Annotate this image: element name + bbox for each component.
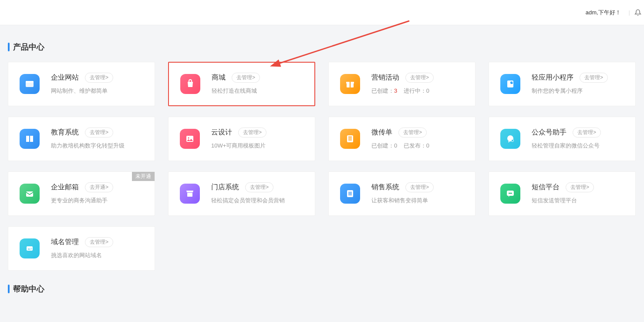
manage-button[interactable]: 去管理>: [398, 127, 427, 138]
manage-button[interactable]: 去管理>: [85, 237, 113, 247]
book-icon: [20, 129, 40, 149]
card-title: 销售系统: [371, 183, 399, 192]
svg-rect-13: [348, 138, 352, 139]
card-desc: 挑选喜欢的网站域名: [51, 252, 148, 259]
card-desc: 10W+可商用模板图片: [211, 142, 308, 150]
card-domain[interactable]: w.= 域名管理 去管理> 挑选喜欢的网站域名: [8, 226, 155, 271]
manage-button[interactable]: 去管理>: [405, 182, 434, 192]
card-desc: 短信发送管理平台: [532, 197, 628, 205]
svg-rect-21: [348, 193, 352, 194]
card-title: 企业网站: [51, 73, 79, 82]
sms-icon: [500, 184, 520, 204]
manage-button[interactable]: 去管理>: [566, 182, 594, 192]
section-title-products: 产品中心: [8, 42, 644, 52]
card-desc: 让获客和销售变得简单: [371, 197, 468, 205]
manage-button[interactable]: 去管理>: [245, 182, 273, 192]
manage-button[interactable]: 去管理>: [573, 127, 601, 138]
miniapp-icon: [500, 74, 520, 94]
card-title: 云设计: [211, 128, 232, 137]
card-marketing[interactable]: 营销活动 去管理> 已创建：3 进行中：0: [328, 62, 475, 106]
svg-point-16: [512, 140, 514, 142]
topbar: adm,下午好！ |: [0, 0, 644, 25]
card-desc: 已创建：0 已发布：0: [371, 142, 468, 150]
card-title: 公众号助手: [532, 128, 566, 137]
svg-rect-6: [350, 82, 351, 87]
card-title: 营销活动: [371, 73, 399, 82]
svg-rect-7: [507, 80, 513, 87]
card-flyer[interactable]: 微传单 去管理> 已创建：0 已发布：0: [328, 117, 475, 161]
mail-icon: [20, 184, 40, 204]
card-sms[interactable]: 短信平台 去管理> 短信发送管理平台: [489, 171, 636, 216]
card-enterprise-website[interactable]: 企业网站 去管理> 网站制作、维护都简单: [8, 62, 155, 106]
svg-rect-17: [26, 191, 33, 197]
card-desc: 轻松打造在线商城: [212, 87, 307, 95]
svg-rect-3: [26, 81, 34, 83]
card-education[interactable]: 教育系统 去管理> 助力教培机构数字化转型升级: [8, 117, 155, 161]
svg-point-10: [188, 138, 189, 139]
status-badge: 未开通: [132, 172, 155, 181]
card-title: 教育系统: [51, 128, 79, 137]
list-icon: [340, 184, 360, 204]
svg-rect-14: [348, 140, 352, 141]
svg-rect-12: [348, 137, 352, 138]
section-title-help: 帮助中心: [8, 284, 644, 294]
domain-icon: w.=: [20, 238, 40, 258]
svg-rect-24: [509, 193, 512, 194]
card-title: 商城: [212, 73, 226, 82]
card-mall[interactable]: 商城 去管理> 轻松打造在线商城: [168, 62, 315, 106]
wechat-icon: [500, 129, 520, 149]
store-icon: [180, 184, 200, 204]
card-wechat-helper[interactable]: 公众号助手 去管理> 轻松管理自家的微信公众号: [489, 117, 636, 161]
manage-button[interactable]: 去管理>: [232, 73, 260, 83]
card-desc: 制作您的专属小程序: [532, 87, 628, 95]
manage-button[interactable]: 去管理>: [405, 73, 434, 83]
bell-icon[interactable]: [634, 9, 641, 16]
card-desc: 网站制作、维护都简单: [51, 87, 148, 95]
card-desc: 轻松管理自家的微信公众号: [532, 142, 628, 150]
card-miniapp[interactable]: 轻应用小程序 去管理> 制作您的专属小程序: [489, 62, 636, 106]
card-desc: 更专业的商务沟通助手: [51, 197, 148, 205]
manage-button[interactable]: 去管理>: [85, 73, 113, 83]
separator: |: [629, 9, 630, 16]
manage-button[interactable]: 去管理>: [580, 73, 608, 83]
card-title: 门店系统: [211, 183, 239, 192]
open-button[interactable]: 去开通>: [85, 182, 113, 192]
card-sales[interactable]: 销售系统 去管理> 让获客和销售变得简单: [328, 171, 475, 216]
card-title: 微传单: [371, 128, 392, 137]
card-desc: 助力教培机构数字化转型升级: [51, 142, 148, 150]
shop-icon: [180, 74, 200, 94]
manage-button[interactable]: 去管理>: [238, 127, 266, 138]
card-store[interactable]: 门店系统 去管理> 轻松搞定会员管理和会员营销: [168, 171, 315, 216]
card-title: 轻应用小程序: [532, 73, 573, 82]
card-mail[interactable]: 未开通 企业邮箱 去开通> 更专业的商务沟通助手: [8, 171, 155, 216]
svg-rect-20: [348, 192, 352, 193]
card-title: 企业邮箱: [51, 183, 79, 192]
card-title: 短信平台: [532, 183, 560, 192]
svg-rect-18: [187, 193, 192, 197]
image-icon: [180, 129, 200, 149]
gift-icon: [340, 74, 360, 94]
svg-text:w.=: w.=: [27, 248, 32, 250]
flyer-icon: [340, 129, 360, 149]
card-desc: 轻松搞定会员管理和会员营销: [211, 197, 308, 205]
card-title: 域名管理: [51, 238, 79, 247]
greeting-text: adm,下午好！: [586, 9, 621, 17]
svg-rect-22: [348, 195, 352, 195]
card-cloud-design[interactable]: 云设计 去管理> 10W+可商用模板图片: [168, 117, 315, 161]
card-desc: 已创建：3 进行中：0: [371, 87, 468, 95]
manage-button[interactable]: 去管理>: [85, 127, 113, 138]
website-icon: [20, 74, 40, 94]
